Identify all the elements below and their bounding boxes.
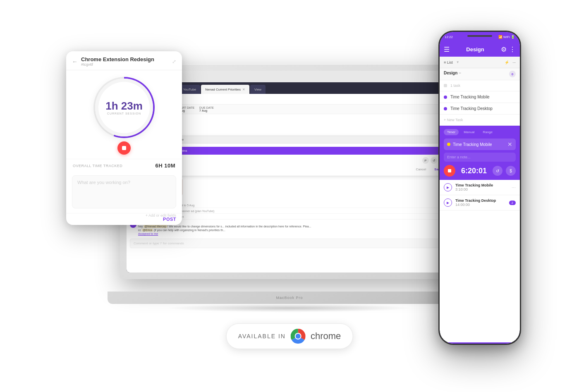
more-toolbar-icon[interactable]: ··· <box>512 60 516 65</box>
current-task-label: Time Tracking Mobile <box>453 142 492 147</box>
time-opt-1[interactable]: P <box>422 157 429 164</box>
chrome-logo-icon <box>291 329 306 344</box>
menu-icon[interactable]: ☰ <box>444 45 450 53</box>
filter-icon[interactable]: ⚡ <box>505 60 509 65</box>
section-count: 0 <box>509 71 516 77</box>
tab-nenad[interactable]: Nenad Current Priorities ✕ <box>201 85 249 94</box>
phone-status-bar: 12:22 📶 WiFi 🔋 <box>440 32 520 42</box>
design-label: Design – <box>444 71 461 77</box>
extension-panel: ← Chrome Extension Redesign #tcgv6f ⤢ 1h… <box>66 51 182 225</box>
phone-list: Design – 0 1 task Time Tracking Mobile T… <box>440 68 520 126</box>
chrome-badge: AVAILABLE IN chrome <box>226 323 353 349</box>
main-scene: Marketing Advertising YouTube Nenad Curr… <box>41 18 538 374</box>
time-opt-2[interactable]: ↺ <box>431 157 437 164</box>
task-status-dot <box>447 143 450 146</box>
total-tracked-value: 6h 10m <box>155 163 175 169</box>
extension-header: ← Chrome Extension Redesign #tcgv6f ⤢ <box>66 51 182 70</box>
extension-title: Chrome Extension Redesign <box>81 56 169 62</box>
time-entry-2: ▶ Time Tracking Desktop 14:00:00 2 <box>440 195 520 210</box>
external-link-icon[interactable]: ⤢ <box>172 59 176 65</box>
refresh-icon[interactable]: ↺ <box>493 166 502 176</box>
phone-manual-tab[interactable]: Manual <box>460 129 478 135</box>
entry-1-name: Time Tracking Mobile <box>455 183 508 187</box>
phone-task-chip: Time Tracking Mobile ✕ <box>444 139 516 150</box>
notes-area[interactable]: What are you working on? <box>72 175 176 208</box>
phone-time: 12:22 <box>445 35 453 39</box>
total-tracked-row: OVERALL TIME TRACKED 6h 10m <box>66 159 182 172</box>
new-task-item[interactable]: + New Task <box>440 115 520 126</box>
macbook-shadow <box>165 304 414 312</box>
time-tracking-mobile-label: Time Tracking Mobile <box>450 95 490 99</box>
tab-view[interactable]: View <box>250 85 266 94</box>
entry-1-duration: 3:10:00 <box>455 187 508 191</box>
tab-youtube-label: YouTube <box>183 88 196 91</box>
phone-note-input[interactable]: Enter a note... <box>444 153 516 162</box>
due-date-label: DUE DATE7 Aug <box>199 106 214 112</box>
notes-placeholder: What are you working on? <box>77 180 171 185</box>
extension-subtitle: #tcgv6f <box>81 62 169 67</box>
progress-bar <box>440 342 520 344</box>
phone-toolbar: ≡ List ▼ ⚡ ··· <box>440 57 520 68</box>
timer-circle: 1h 23m CURRENT SESSION <box>95 79 153 136</box>
time-tracking-desktop-label: Time Tracking Desktop <box>450 106 493 111</box>
settings-icon[interactable]: ⚙ <box>501 45 507 53</box>
comment-input[interactable]: Comment or type '/' for commands <box>130 239 449 248</box>
entry-1-more[interactable]: ··· <box>512 184 516 190</box>
phone-timer-time: 6:20:01 <box>461 167 487 175</box>
phone-timer-tabs: Timer Manual Range <box>444 129 516 135</box>
design-section-header: Design – 0 <box>440 68 520 80</box>
post-button[interactable]: POST <box>163 217 176 222</box>
phone-timer-start-btn[interactable] <box>444 165 455 177</box>
remove-task-icon[interactable]: ✕ <box>507 141 512 148</box>
time-tracking-desktop-item[interactable]: Time Tracking Desktop <box>440 103 520 115</box>
comment-cc: cc @Erica (if you can help with organizi… <box>138 229 311 232</box>
comment-text: hey @Nenad Mercep! We would like to chan… <box>138 225 311 228</box>
time-entries-list: ▶ Time Tracking Mobile 3:10:00 ··· ▶ Tim… <box>440 180 520 210</box>
phone-timer-actions: ↺ $ <box>493 166 516 176</box>
tab-youtube[interactable]: YouTube <box>179 85 200 94</box>
play-icon-1[interactable]: ▶ <box>444 183 452 191</box>
phone-timer-display: 6:20:01 ↺ $ <box>444 165 516 177</box>
phone-timer-tab[interactable]: Timer <box>444 129 459 135</box>
extension-title-area: Chrome Extension Redesign #tcgv6f <box>81 56 169 67</box>
phone-nav: ☰ Design ⚙ ⋮ <box>440 42 520 57</box>
task-dot-1 <box>444 96 447 99</box>
billing-icon[interactable]: $ <box>506 166 516 176</box>
tab-nenad-label: Nenad Current Priorities <box>205 88 241 91</box>
timer-stop-button[interactable] <box>117 141 131 155</box>
time-tracking-mobile-item[interactable]: Time Tracking Mobile <box>440 91 520 103</box>
svg-point-2 <box>296 334 301 339</box>
phone-connectivity: 📶 WiFi 🔋 <box>498 35 515 39</box>
placeholder-label: 1 task <box>450 84 460 88</box>
total-tracked-label: OVERALL TIME TRACKED <box>73 164 122 168</box>
nav-actions: ⚙ ⋮ <box>501 45 516 53</box>
placeholder-task: 1 task <box>440 80 520 91</box>
back-button[interactable]: ← <box>72 58 78 65</box>
phone-container: 12:22 📶 WiFi 🔋 ☰ Design ⚙ ⋮ ≡ List ▼ ⚡ ·… <box>438 31 521 345</box>
phone-range-tab[interactable]: Range <box>479 129 496 135</box>
entry-1-info: Time Tracking Mobile 3:10:00 <box>455 183 508 191</box>
toolbar-chevron: ▼ <box>456 60 459 64</box>
timer-section: 1h 23m CURRENT SESSION <box>66 70 182 159</box>
cancel-button[interactable]: Cancel <box>412 166 429 172</box>
tab-close-icon[interactable]: ✕ <box>242 88 245 91</box>
phone-nav-title: Design <box>466 46 484 53</box>
task-dot-2 <box>444 107 447 110</box>
entry-2-duration: 14:00:00 <box>455 203 506 207</box>
stop-icon <box>122 146 126 150</box>
macbook-label: MacBook Pro <box>276 296 303 300</box>
time-entry-1: ▶ Time Tracking Mobile 3:10:00 ··· <box>440 180 520 195</box>
play-icon-2[interactable]: ▶ <box>444 198 452 207</box>
assigned-to-me-link[interactable]: Assigned to me <box>138 232 311 235</box>
new-task-label: + New Task <box>444 118 463 122</box>
phone-screen: 12:22 📶 WiFi 🔋 ☰ Design ⚙ ⋮ ≡ List ▼ ⚡ ·… <box>440 32 520 344</box>
more-nav-icon[interactable]: ⋮ <box>509 45 516 53</box>
placeholder-icon <box>444 84 447 87</box>
tab-view-label: View <box>254 88 261 91</box>
entry-2-info: Time Tracking Desktop 14:00:00 <box>455 198 506 207</box>
entry-2-name: Time Tracking Desktop <box>455 198 506 203</box>
list-view-btn[interactable]: ≡ List <box>444 60 453 65</box>
stop-icon <box>448 169 451 172</box>
phone-current-task: Time Tracking Mobile <box>447 142 492 147</box>
entry-2-badge: 2 <box>509 201 516 205</box>
